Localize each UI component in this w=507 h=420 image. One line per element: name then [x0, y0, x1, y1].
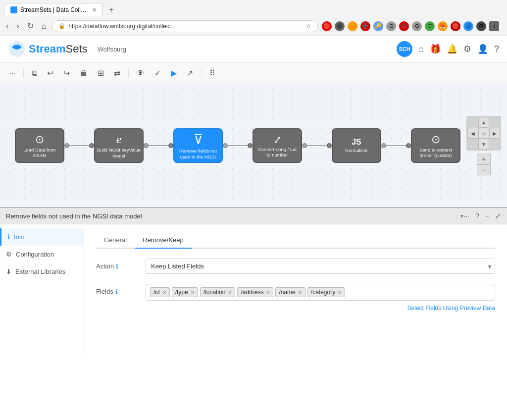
home-button[interactable]: ⌂: [40, 20, 49, 33]
fields-info-icon[interactable]: ℹ: [115, 288, 118, 295]
more-button[interactable]: ···: [6, 66, 19, 80]
sidebar-item-configuration[interactable]: ⚙ Configuration: [0, 246, 84, 263]
nav-down-button[interactable]: ▼: [478, 139, 489, 150]
convert-long-label: Convert Long / Latto number: [258, 147, 297, 158]
tag-name: /name ✕: [275, 287, 305, 297]
panel-help-icon[interactable]: ?: [475, 212, 479, 220]
gear-icon: ⚙: [6, 251, 12, 258]
panel-minimize-icon[interactable]: −: [485, 212, 489, 220]
ext-icon-8[interactable]: ⊙: [412, 21, 422, 31]
sidebar-item-info[interactable]: ℹ Info: [0, 228, 84, 246]
apps-button[interactable]: ⠿: [205, 65, 219, 81]
ext-icon-2[interactable]: ⚫: [335, 21, 345, 31]
new-tab-button[interactable]: +: [105, 3, 117, 16]
action-info-icon[interactable]: ℹ: [116, 263, 118, 270]
fields-tags-input[interactable]: /id ✕ /type ✕ /location ✕ /address: [146, 284, 495, 301]
out-port-4: [302, 143, 307, 148]
info-icon: ℹ: [7, 233, 10, 241]
shuffle-button[interactable]: ⇄: [110, 65, 124, 81]
canvas-controls: ▲ ◀ ⌂ ▶ ▼ + −: [466, 116, 501, 175]
tag-name-close[interactable]: ✕: [298, 290, 302, 295]
in-port-4: [248, 143, 253, 148]
tab-general[interactable]: General: [96, 232, 135, 249]
select-fields-link: Select Fields Using Preview Data: [146, 305, 495, 312]
node-convert-long[interactable]: ⤢ Convert Long / Latto number: [253, 128, 302, 163]
panel-expand-icon[interactable]: ⤢: [495, 212, 501, 220]
node-load-data[interactable]: ⊙ Load Data fromCKAN: [15, 128, 64, 163]
ext-icon-12[interactable]: 🔵: [463, 21, 473, 31]
home-nav-icon[interactable]: ⌂: [418, 44, 424, 54]
action-select[interactable]: Keep Listed Fields Remove Listed Fields: [146, 259, 495, 274]
help-icon[interactable]: ?: [494, 44, 499, 54]
copy-button[interactable]: ⧉: [28, 66, 41, 81]
tag-type: /type ✕: [172, 287, 198, 297]
panel-header-icons: ··· ? − ⤢: [463, 212, 501, 220]
logo: StreamSets: [8, 40, 88, 58]
select-fields-button[interactable]: Select Fields Using Preview Data: [407, 305, 495, 312]
active-tab[interactable]: StreamSets | Data Collector ✕: [4, 3, 103, 16]
out-port-5: [381, 143, 386, 148]
share-button[interactable]: ↗: [183, 65, 197, 81]
duplicate-button[interactable]: ⊞: [94, 65, 108, 81]
tag-address-close[interactable]: ✕: [266, 290, 270, 295]
ext-icon-7[interactable]: 🐞: [399, 21, 409, 31]
undo-button[interactable]: ↩: [43, 65, 57, 81]
lock-icon: 🔒: [58, 23, 65, 29]
validate-button[interactable]: ✓: [151, 65, 165, 81]
browser-chrome: StreamSets | Data Collector ✕ + ‹ › ↻ ⌂ …: [0, 0, 507, 36]
node-build-ngsi[interactable]: e Build NGSI keyValuemodel: [94, 128, 144, 163]
nav-left-button[interactable]: ◀: [467, 128, 478, 139]
star-icon[interactable]: ☆: [306, 23, 311, 30]
back-button[interactable]: ‹: [4, 20, 10, 33]
user-icon[interactable]: 👤: [477, 44, 488, 54]
zoom-in-button[interactable]: +: [477, 154, 491, 164]
url-bar[interactable]: 🔒 https://dataflow.wolfsburg.digital/col…: [52, 20, 318, 32]
forward-button[interactable]: ›: [14, 20, 21, 33]
sidebar-item-external-libraries[interactable]: ⬇ External Libraries: [0, 263, 84, 280]
ext-icon-5[interactable]: 🔑: [373, 21, 383, 31]
bell-icon[interactable]: 🔔: [447, 44, 457, 54]
out-port-1: [64, 143, 69, 148]
tab-close-button[interactable]: ✕: [92, 7, 97, 13]
node-remove-fields[interactable]: ⊽ Remove fields notused in the NGSI: [173, 128, 223, 163]
tag-location-close[interactable]: ✕: [228, 290, 232, 295]
tab-remove-keep[interactable]: Remove/Keep: [135, 232, 191, 249]
fields-label: Fields ℹ: [96, 284, 146, 295]
menu-button[interactable]: ⋮: [489, 21, 499, 31]
ext-icon-1[interactable]: 🔴: [322, 21, 332, 31]
nav-right-button[interactable]: ▶: [489, 128, 500, 139]
node-send-context[interactable]: ⊙ Send to contextbroker (update): [411, 128, 460, 163]
redo-button[interactable]: ↪: [59, 65, 74, 81]
panel-more-icon[interactable]: ···: [463, 212, 469, 220]
preview-button[interactable]: 👁: [133, 66, 149, 81]
action-select-wrapper: Keep Listed Fields Remove Listed Fields …: [146, 259, 495, 274]
nav-up-button[interactable]: ▲: [478, 117, 489, 128]
zoom-out-button[interactable]: −: [477, 164, 491, 175]
tag-id-close[interactable]: ✕: [162, 290, 166, 295]
ext-icon-10[interactable]: 🦊: [438, 21, 448, 31]
tag-location-value: /location: [203, 289, 226, 296]
nav-center-button[interactable]: ⌂: [478, 128, 489, 139]
tag-name-value: /name: [279, 289, 295, 296]
pipeline-canvas: ⊙ Load Data fromCKAN e Build NGSI keyVal…: [0, 84, 507, 208]
ext-icon-13[interactable]: ⚙: [476, 21, 486, 31]
address-bar: ‹ › ↻ ⌂ 🔒 https://dataflow.wolfsburg.dig…: [0, 16, 507, 36]
ext-icon-11[interactable]: 🔴: [451, 21, 460, 31]
settings-icon[interactable]: ⚙: [463, 44, 471, 54]
tag-category-close[interactable]: ✕: [338, 290, 342, 295]
node-normaliser[interactable]: JS Normaliser: [332, 128, 381, 163]
reload-button[interactable]: ↻: [25, 19, 36, 33]
in-port-3: [168, 143, 173, 148]
tag-id-value: /id: [153, 289, 160, 296]
tag-type-close[interactable]: ✕: [191, 290, 195, 295]
ext-icon-3[interactable]: 🟠: [348, 21, 357, 31]
ext-icon-6[interactable]: ⊙: [386, 21, 396, 31]
run-button[interactable]: ▶: [167, 65, 181, 81]
app-header: StreamSets Wolfsburg SCH ⌂ 🎁 🔔 ⚙ 👤 ?: [0, 36, 507, 62]
user-avatar[interactable]: SCH: [397, 41, 412, 57]
ext-icon-4[interactable]: ➕: [360, 21, 370, 31]
in-port-5: [327, 143, 332, 148]
gift-icon[interactable]: 🎁: [430, 44, 441, 54]
delete-button[interactable]: 🗑: [76, 66, 92, 81]
ext-icon-9[interactable]: 🛡: [425, 21, 435, 31]
